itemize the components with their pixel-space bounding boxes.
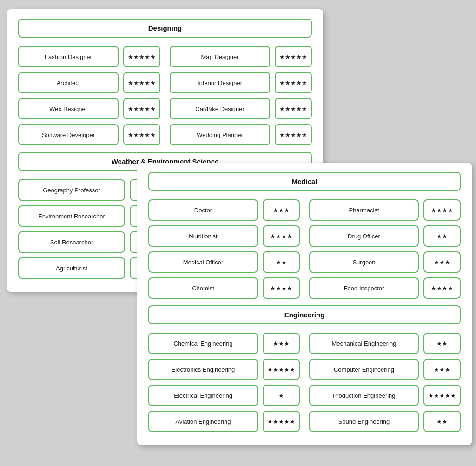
item-label: Agriculturist xyxy=(18,257,125,279)
item-pair: Food Inspector★★★★ xyxy=(309,277,461,299)
item-stars: ★★ xyxy=(263,251,300,273)
item-label: Nutritionist xyxy=(148,225,258,247)
item-stars: ★★★ xyxy=(263,333,300,354)
item-stars: ★★★ xyxy=(263,199,300,221)
item-label: Environment Researcher xyxy=(18,205,125,227)
medical-right-col: Pharmacist★★★★Drug Officer★★Surgeon★★★Fo… xyxy=(309,199,461,299)
designing-grid: Fashion Designer★★★★★Architect★★★★★Web D… xyxy=(18,46,312,145)
item-label: Electronics Engineering xyxy=(148,359,258,380)
item-pair: Sound Engineering★★ xyxy=(309,411,461,432)
item-pair: Nutritionist★★★★ xyxy=(148,225,300,247)
item-stars: ★★★★ xyxy=(263,225,300,247)
item-pair: Medical Officer★★ xyxy=(148,251,300,273)
item-pair: Mechanical Engineering★★ xyxy=(309,333,461,354)
item-label: Car/Bike Designer xyxy=(170,98,270,119)
item-label: Food Inspector xyxy=(309,277,419,299)
item-label: Chemical Engineering xyxy=(148,333,258,354)
item-pair: Pharmacist★★★★ xyxy=(309,199,461,221)
item-stars: ★★★★★ xyxy=(123,46,160,67)
designing-title: Designing xyxy=(18,19,312,38)
item-label: Interior Designer xyxy=(170,72,270,93)
engineering-section: Engineering Chemical Engineering★★★Elect… xyxy=(148,305,461,432)
item-stars: ★★★★★ xyxy=(123,124,160,145)
engineering-title: Engineering xyxy=(148,305,461,324)
designing-left-col: Fashion Designer★★★★★Architect★★★★★Web D… xyxy=(18,46,160,145)
item-label: Wedding Planner xyxy=(170,124,270,145)
medical-left-col: Doctor★★★Nutritionist★★★★Medical Officer… xyxy=(148,199,300,299)
item-label: Surgeon xyxy=(309,251,419,273)
item-stars: ★★★★ xyxy=(423,199,461,221)
item-label: Software Developer xyxy=(18,124,119,145)
engineering-left-col: Chemical Engineering★★★Electronics Engin… xyxy=(148,333,300,432)
item-stars: ★★★★★ xyxy=(275,72,312,93)
item-pair: Chemical Engineering★★★ xyxy=(148,333,300,354)
item-label: Chemist xyxy=(148,277,258,299)
item-stars: ★★★★★ xyxy=(275,124,312,145)
item-stars: ★★★★★ xyxy=(263,411,300,432)
item-pair: Web Designer★★★★★ xyxy=(18,98,160,119)
item-label: Sound Engineering xyxy=(309,411,419,432)
item-stars: ★★ xyxy=(423,225,461,247)
item-label: Mechanical Engineering xyxy=(309,333,419,354)
item-label: Electrical Engineering xyxy=(148,385,258,406)
designing-right-col: Map Designer★★★★★Interior Designer★★★★★C… xyxy=(170,46,312,145)
item-label: Architect xyxy=(18,72,119,93)
item-pair: Surgeon★★★ xyxy=(309,251,461,273)
item-pair: Fashion Designer★★★★★ xyxy=(18,46,160,67)
item-label: Soil Researcher xyxy=(18,231,125,253)
medical-title: Medical xyxy=(148,172,461,191)
item-pair: Drug Officer★★ xyxy=(309,225,461,247)
item-label: Pharmacist xyxy=(309,199,419,221)
item-stars: ★★ xyxy=(423,333,461,354)
item-stars: ★★★★★ xyxy=(263,359,300,380)
item-label: Aviation Engineering xyxy=(148,411,258,432)
item-pair: Car/Bike Designer★★★★★ xyxy=(170,98,312,119)
item-pair: Production Engineering★★★★★ xyxy=(309,385,461,406)
item-label: Computer Engineering xyxy=(309,359,419,380)
item-label: Map Designer xyxy=(170,46,270,67)
item-stars: ★★★★★ xyxy=(275,46,312,67)
item-stars: ★★★★ xyxy=(263,277,300,299)
item-label: Production Engineering xyxy=(309,385,419,406)
item-label: Web Designer xyxy=(18,98,119,119)
medical-grid: Doctor★★★Nutritionist★★★★Medical Officer… xyxy=(148,199,461,299)
item-pair: Architect★★★★★ xyxy=(18,72,160,93)
item-pair: Map Designer★★★★★ xyxy=(170,46,312,67)
item-stars: ★★ xyxy=(423,411,461,432)
item-pair: Aviation Engineering★★★★★ xyxy=(148,411,300,432)
item-pair: Computer Engineering★★★ xyxy=(309,359,461,380)
item-stars: ★★★★ xyxy=(423,277,461,299)
item-label: Geography Professor xyxy=(18,179,125,201)
item-label: Fashion Designer xyxy=(18,46,119,67)
item-pair: Interior Designer★★★★★ xyxy=(170,72,312,93)
item-pair: Electrical Engineering★ xyxy=(148,385,300,406)
card-front: Medical Doctor★★★Nutritionist★★★★Medical… xyxy=(137,163,472,445)
item-label: Doctor xyxy=(148,199,258,221)
item-label: Medical Officer xyxy=(148,251,258,273)
item-stars: ★★★★★ xyxy=(423,385,461,406)
item-stars: ★★★★★ xyxy=(275,98,312,119)
item-label: Drug Officer xyxy=(309,225,419,247)
item-pair: Electronics Engineering★★★★★ xyxy=(148,359,300,380)
item-stars: ★★★★★ xyxy=(123,72,160,93)
item-pair: Chemist★★★★ xyxy=(148,277,300,299)
item-stars: ★★★ xyxy=(423,251,461,273)
item-stars: ★★★★★ xyxy=(123,98,160,119)
item-stars: ★★★ xyxy=(423,359,461,380)
item-stars: ★ xyxy=(263,385,300,406)
item-pair: Doctor★★★ xyxy=(148,199,300,221)
engineering-grid: Chemical Engineering★★★Electronics Engin… xyxy=(148,333,461,432)
engineering-right-col: Mechanical Engineering★★Computer Enginee… xyxy=(309,333,461,432)
item-pair: Wedding Planner★★★★★ xyxy=(170,124,312,145)
item-pair: Software Developer★★★★★ xyxy=(18,124,160,145)
